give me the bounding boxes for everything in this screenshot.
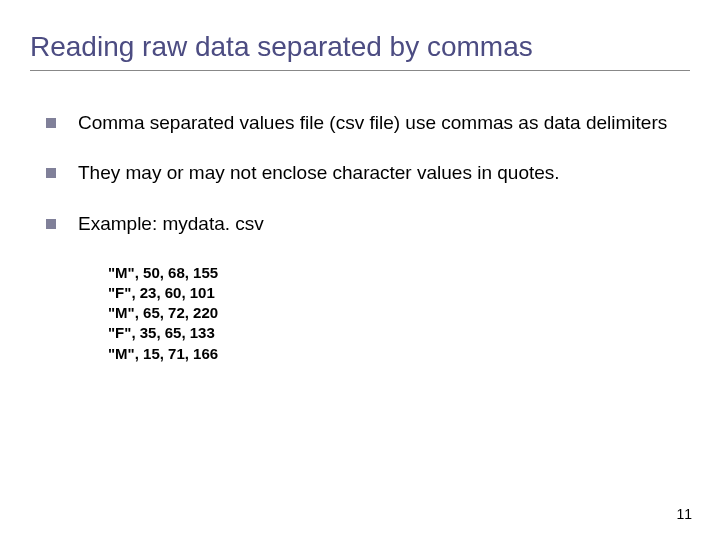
data-line: "M", 65, 72, 220 <box>108 303 690 323</box>
bullet-text: Comma separated values file (csv file) u… <box>78 111 690 136</box>
list-item: Comma separated values file (csv file) u… <box>46 111 690 136</box>
slide-title: Reading raw data separated by commas <box>30 30 690 64</box>
example-data-block: "M", 50, 68, 155 "F", 23, 60, 101 "M", 6… <box>108 263 690 364</box>
title-rule <box>30 70 690 71</box>
list-item: Example: mydata. csv <box>46 212 690 237</box>
bullet-text: Example: mydata. csv <box>78 212 690 237</box>
list-item: They may or may not enclose character va… <box>46 161 690 186</box>
data-line: "M", 15, 71, 166 <box>108 344 690 364</box>
page-number: 11 <box>676 506 692 522</box>
square-bullet-icon <box>46 168 56 178</box>
slide: Reading raw data separated by commas Com… <box>0 0 720 540</box>
data-line: "F", 35, 65, 133 <box>108 323 690 343</box>
bullet-text: They may or may not enclose character va… <box>78 161 690 186</box>
data-line: "F", 23, 60, 101 <box>108 283 690 303</box>
square-bullet-icon <box>46 118 56 128</box>
square-bullet-icon <box>46 219 56 229</box>
bullet-list: Comma separated values file (csv file) u… <box>46 111 690 237</box>
data-line: "M", 50, 68, 155 <box>108 263 690 283</box>
